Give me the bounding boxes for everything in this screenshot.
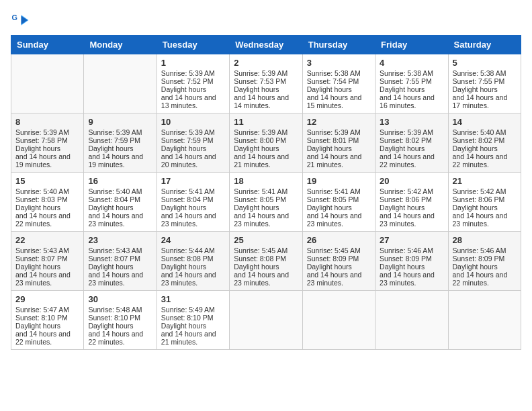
sunrise-label: Sunrise: 5:39 AM bbox=[15, 128, 69, 136]
day-number: 4 bbox=[380, 58, 443, 68]
sunrise-label: Sunrise: 5:45 AM bbox=[307, 246, 361, 255]
calendar-cell: 5 Sunrise: 5:38 AM Sunset: 7:55 PM Dayli… bbox=[448, 54, 521, 113]
sunrise-label: Sunrise: 5:44 AM bbox=[161, 246, 215, 255]
sunrise-label: Sunrise: 5:38 AM bbox=[380, 69, 433, 77]
week-row-4: 22 Sunrise: 5:43 AM Sunset: 8:07 PM Dayl… bbox=[11, 232, 521, 291]
day-number: 28 bbox=[453, 235, 517, 245]
sunrise-label: Sunrise: 5:39 AM bbox=[234, 128, 287, 136]
sunrise-label: Sunrise: 5:39 AM bbox=[88, 128, 142, 136]
calendar-cell: 17 Sunrise: 5:41 AM Sunset: 8:04 PM Dayl… bbox=[157, 173, 229, 232]
day-number: 2 bbox=[234, 58, 298, 68]
sunrise-label: Sunrise: 5:39 AM bbox=[161, 69, 215, 77]
day-number: 5 bbox=[453, 58, 517, 68]
day-number: 12 bbox=[307, 117, 371, 127]
calendar-cell: 18 Sunrise: 5:41 AM Sunset: 8:05 PM Dayl… bbox=[230, 173, 302, 232]
sunset-label: Sunset: 8:06 PM bbox=[453, 195, 505, 203]
daylight-label: Daylight hours bbox=[161, 322, 206, 330]
day-number: 21 bbox=[453, 176, 517, 186]
sunset-label: Sunset: 8:04 PM bbox=[88, 195, 140, 203]
day-number: 24 bbox=[161, 235, 225, 245]
sunset-label: Sunset: 8:08 PM bbox=[161, 255, 214, 263]
day-number: 11 bbox=[234, 117, 298, 127]
daylight-duration: and 14 hours and 22 minutes. bbox=[453, 271, 508, 287]
daylight-duration: and 14 hours and 14 minutes. bbox=[234, 93, 289, 109]
logo: G bbox=[11, 11, 32, 30]
daylight-duration: and 14 hours and 23 minutes. bbox=[307, 271, 362, 287]
day-number: 14 bbox=[453, 117, 517, 127]
daylight-duration: and 14 hours and 23 minutes. bbox=[88, 212, 143, 228]
day-number: 30 bbox=[88, 294, 152, 304]
daylight-duration: and 14 hours and 21 minutes. bbox=[307, 152, 362, 169]
week-row-1: 1 Sunrise: 5:39 AM Sunset: 7:52 PM Dayli… bbox=[11, 54, 521, 113]
daylight-label: Daylight hours bbox=[453, 263, 498, 271]
day-number: 13 bbox=[380, 117, 443, 127]
sunrise-label: Sunrise: 5:45 AM bbox=[234, 246, 287, 255]
calendar-cell: 26 Sunrise: 5:45 AM Sunset: 8:09 PM Dayl… bbox=[302, 232, 375, 291]
week-row-2: 8 Sunrise: 5:39 AM Sunset: 7:58 PM Dayli… bbox=[11, 113, 521, 173]
daylight-duration: and 14 hours and 23 minutes. bbox=[380, 271, 435, 287]
sunrise-label: Sunrise: 5:41 AM bbox=[307, 187, 361, 195]
daylight-duration: and 14 hours and 22 minutes. bbox=[88, 330, 143, 346]
daylight-label: Daylight hours bbox=[15, 322, 60, 330]
daylight-duration: and 14 hours and 22 minutes. bbox=[15, 212, 71, 228]
sunset-label: Sunset: 8:09 PM bbox=[307, 255, 359, 263]
calendar-cell: 10 Sunrise: 5:39 AM Sunset: 7:59 PM Dayl… bbox=[157, 113, 229, 173]
sunset-label: Sunset: 8:05 PM bbox=[307, 195, 359, 203]
day-number: 17 bbox=[161, 176, 225, 186]
sunset-label: Sunset: 7:53 PM bbox=[234, 77, 286, 85]
sunrise-label: Sunrise: 5:39 AM bbox=[234, 69, 287, 77]
day-number: 27 bbox=[380, 235, 443, 245]
sunrise-label: Sunrise: 5:46 AM bbox=[453, 246, 506, 255]
logo-icon: G bbox=[11, 11, 30, 30]
daylight-duration: and 14 hours and 15 minutes. bbox=[307, 93, 362, 109]
sunset-label: Sunset: 7:55 PM bbox=[380, 77, 432, 85]
sunrise-label: Sunrise: 5:39 AM bbox=[161, 128, 215, 136]
daylight-label: Daylight hours bbox=[161, 203, 206, 212]
day-number: 8 bbox=[15, 117, 79, 127]
sunrise-label: Sunrise: 5:40 AM bbox=[15, 187, 69, 195]
sunset-label: Sunset: 8:08 PM bbox=[234, 255, 286, 263]
svg-text:G: G bbox=[12, 13, 17, 21]
sunset-label: Sunset: 8:07 PM bbox=[88, 255, 140, 263]
calendar-cell: 9 Sunrise: 5:39 AM Sunset: 7:59 PM Dayli… bbox=[84, 113, 157, 173]
daylight-duration: and 14 hours and 21 minutes. bbox=[161, 330, 216, 346]
calendar-cell: 21 Sunrise: 5:42 AM Sunset: 8:06 PM Dayl… bbox=[448, 173, 521, 232]
sunrise-label: Sunrise: 5:40 AM bbox=[453, 128, 506, 136]
sunset-label: Sunset: 7:59 PM bbox=[88, 136, 140, 144]
sunset-label: Sunset: 8:02 PM bbox=[453, 136, 505, 144]
daylight-duration: and 14 hours and 23 minutes. bbox=[161, 212, 216, 228]
daylight-duration: and 14 hours and 23 minutes. bbox=[234, 271, 289, 287]
daylight-duration: and 14 hours and 23 minutes. bbox=[234, 212, 289, 228]
sunrise-label: Sunrise: 5:49 AM bbox=[161, 306, 215, 314]
calendar-cell: 12 Sunrise: 5:39 AM Sunset: 8:01 PM Dayl… bbox=[302, 113, 375, 173]
sunset-label: Sunset: 8:00 PM bbox=[234, 136, 286, 144]
sunrise-label: Sunrise: 5:38 AM bbox=[307, 69, 361, 77]
day-number: 9 bbox=[88, 117, 152, 127]
sunrise-label: Sunrise: 5:38 AM bbox=[453, 69, 506, 77]
day-number: 20 bbox=[380, 176, 443, 186]
sunset-label: Sunset: 7:58 PM bbox=[15, 136, 68, 144]
daylight-label: Daylight hours bbox=[88, 203, 133, 212]
weekday-header-wednesday: Wednesday bbox=[230, 36, 302, 54]
calendar-cell bbox=[375, 291, 448, 350]
sunset-label: Sunset: 7:59 PM bbox=[161, 136, 214, 144]
daylight-duration: and 14 hours and 13 minutes. bbox=[161, 93, 216, 109]
daylight-duration: and 14 hours and 23 minutes. bbox=[88, 271, 143, 287]
weekday-header-monday: Monday bbox=[84, 36, 157, 54]
calendar-cell bbox=[448, 291, 521, 350]
calendar-cell: 15 Sunrise: 5:40 AM Sunset: 8:03 PM Dayl… bbox=[11, 173, 84, 232]
daylight-label: Daylight hours bbox=[161, 144, 206, 152]
daylight-label: Daylight hours bbox=[234, 85, 279, 93]
calendar-cell: 30 Sunrise: 5:48 AM Sunset: 8:10 PM Dayl… bbox=[84, 291, 157, 350]
sunset-label: Sunset: 8:09 PM bbox=[453, 255, 505, 263]
calendar-cell: 29 Sunrise: 5:47 AM Sunset: 8:10 PM Dayl… bbox=[11, 291, 84, 350]
daylight-label: Daylight hours bbox=[307, 144, 352, 152]
daylight-label: Daylight hours bbox=[380, 263, 425, 271]
day-number: 18 bbox=[234, 176, 298, 186]
sunrise-label: Sunrise: 5:41 AM bbox=[161, 187, 215, 195]
weekday-header-thursday: Thursday bbox=[302, 36, 375, 54]
calendar-cell: 11 Sunrise: 5:39 AM Sunset: 8:00 PM Dayl… bbox=[230, 113, 302, 173]
week-row-3: 15 Sunrise: 5:40 AM Sunset: 8:03 PM Dayl… bbox=[11, 173, 521, 232]
daylight-label: Daylight hours bbox=[380, 85, 425, 93]
daylight-label: Daylight hours bbox=[88, 144, 133, 152]
